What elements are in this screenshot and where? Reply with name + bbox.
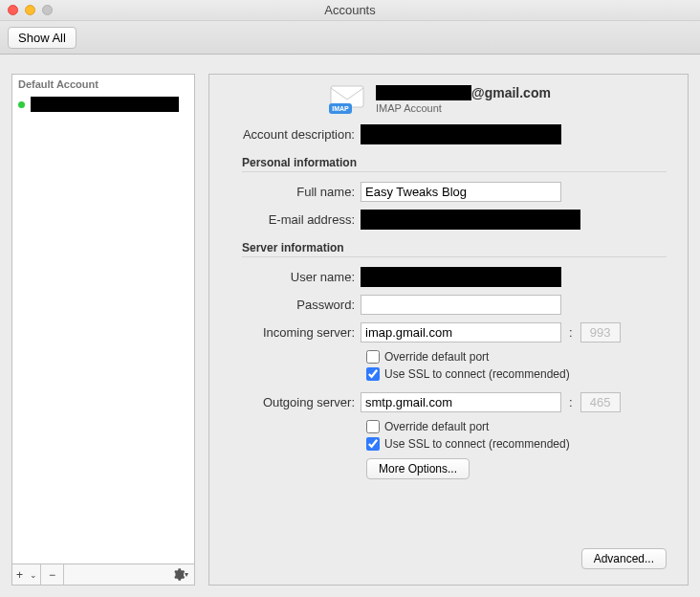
override-port-label: Override default port <box>384 350 489 364</box>
incoming-server-label: Incoming server: <box>217 325 361 340</box>
account-email-redacted <box>376 85 471 100</box>
svg-text:IMAP: IMAP <box>332 105 349 112</box>
toolbar: Show All <box>0 21 700 55</box>
account-type-label: IMAP Account <box>376 102 551 114</box>
account-settings-button[interactable]: ▾ <box>165 567 194 582</box>
chevron-down-icon: ▾ <box>185 570 188 579</box>
sidebar-footer: + ⌄ − ▾ <box>11 564 195 586</box>
server-section-header: Server information <box>242 241 667 257</box>
full-name-label: Full name: <box>217 185 361 199</box>
override-port-label: Override default port <box>384 420 489 433</box>
outgoing-server-label: Outgoing server: <box>217 395 361 409</box>
password-label: Password: <box>217 298 361 312</box>
add-account-menu-button[interactable]: ⌄ <box>27 564 41 585</box>
window-title: Accounts <box>324 3 375 17</box>
mail-icon: IMAP <box>328 82 366 117</box>
incoming-override-port-checkbox[interactable] <box>366 350 380 364</box>
traffic-lights <box>8 5 53 15</box>
incoming-server-input[interactable] <box>361 322 561 343</box>
remove-account-button[interactable]: − <box>41 564 64 585</box>
sidebar: Default Account + ⌄ − ▾ <box>11 74 195 586</box>
outgoing-server-input[interactable] <box>361 392 561 412</box>
more-options-button[interactable]: More Options... <box>366 458 470 479</box>
full-name-input[interactable] <box>361 182 561 202</box>
titlebar: Accounts <box>0 0 700 21</box>
password-input[interactable] <box>361 295 561 315</box>
description-label: Account description: <box>217 127 361 142</box>
outgoing-port-input <box>580 392 621 412</box>
sidebar-section-header: Default Account <box>12 75 194 94</box>
email-label: E-mail address: <box>217 212 361 227</box>
add-account-button[interactable]: + <box>12 564 27 585</box>
gear-icon <box>171 567 186 582</box>
incoming-port-input <box>580 322 621 343</box>
account-name-redacted <box>31 97 179 112</box>
zoom-window-button[interactable] <box>42 5 53 15</box>
use-ssl-label: Use SSL to connect (recommended) <box>384 367 570 381</box>
list-item[interactable] <box>12 94 194 115</box>
incoming-ssl-checkbox[interactable] <box>366 367 380 381</box>
show-all-button[interactable]: Show All <box>8 27 77 49</box>
close-window-button[interactable] <box>8 5 18 15</box>
account-email-title: @gmail.com <box>376 85 551 100</box>
colon-separator: : <box>561 395 580 409</box>
minimize-window-button[interactable] <box>25 5 35 15</box>
user-name-label: User name: <box>217 270 361 284</box>
advanced-button[interactable]: Advanced... <box>581 548 667 569</box>
status-dot-icon <box>18 101 25 108</box>
account-detail-panel: IMAP @gmail.com IMAP Account Account des… <box>208 74 689 586</box>
description-input-redacted[interactable] <box>361 124 561 144</box>
account-list[interactable]: Default Account <box>11 74 195 564</box>
outgoing-override-port-checkbox[interactable] <box>366 420 380 433</box>
colon-separator: : <box>561 325 580 340</box>
user-name-input-redacted[interactable] <box>361 267 561 287</box>
personal-section-header: Personal information <box>242 156 667 172</box>
email-input-redacted[interactable] <box>361 210 580 230</box>
outgoing-ssl-checkbox[interactable] <box>366 437 380 451</box>
use-ssl-label: Use SSL to connect (recommended) <box>384 437 570 451</box>
